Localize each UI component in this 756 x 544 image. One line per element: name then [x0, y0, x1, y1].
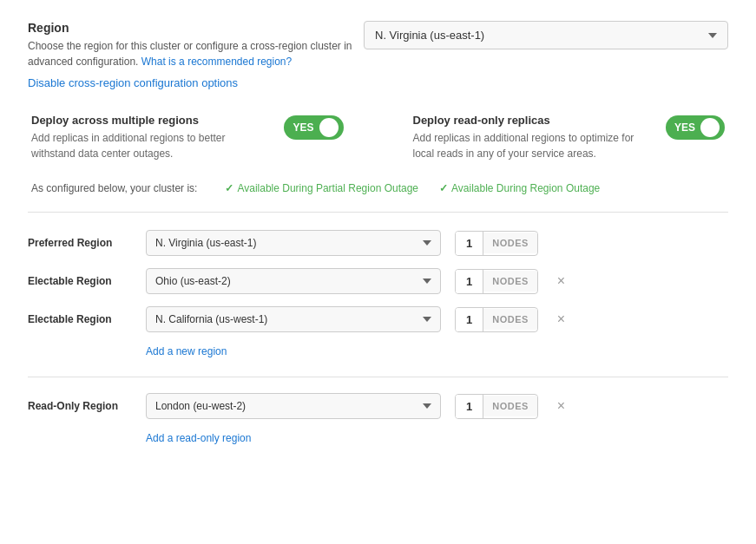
multi-region-toggle[interactable]: YES: [284, 115, 343, 140]
toggle-section: Deploy across multiple regions Add repli…: [28, 114, 728, 161]
read-only-content: Deploy read-only replicas Add replicas i…: [413, 114, 652, 161]
electable-nodes-badge-0: 1 NODES: [455, 269, 538, 294]
multi-region-label: Deploy across multiple regions: [31, 114, 270, 127]
region-description: Choose the region for this cluster or co…: [28, 38, 358, 69]
top-divider: [28, 212, 728, 213]
electable-region-row-1: Electable Region N. California (us-west-…: [28, 306, 728, 332]
preferred-region-select[interactable]: N. Virginia (us-east-1): [146, 230, 441, 256]
readonly-region-label: Read-Only Region: [28, 400, 132, 412]
read-only-desc: Add replicas in additional regions to op…: [413, 130, 652, 161]
preferred-nodes-label: NODES: [483, 233, 537, 253]
electable-region-select-0[interactable]: Ohio (us-east-2): [146, 268, 441, 294]
electable-nodes-label-0: NODES: [483, 271, 537, 292]
electable-region-row-0: Electable Region Ohio (us-east-2) 1 NODE…: [28, 268, 728, 294]
readonly-section: Read-Only Region London (eu-west-2) 1 NO…: [28, 393, 728, 448]
readonly-nodes-label: NODES: [483, 396, 537, 416]
electable-regions-section: Preferred Region N. Virginia (us-east-1)…: [28, 230, 728, 361]
read-only-toggle-text: YES: [674, 121, 695, 134]
region-section: Region Choose the region for this cluste…: [28, 21, 728, 89]
multi-region-knob: [319, 118, 339, 137]
avail-full-label: Available During Region Outage: [451, 182, 600, 194]
remove-readonly-button[interactable]: ×: [552, 396, 570, 416]
electable-nodes-count-0: 1: [456, 270, 483, 293]
preferred-region-row: Preferred Region N. Virginia (us-east-1)…: [28, 230, 728, 256]
electable-region-label-0: Electable Region: [28, 275, 132, 287]
electable-nodes-badge-1: 1 NODES: [455, 307, 538, 332]
region-select[interactable]: N. Virginia (us-east-1): [364, 21, 728, 49]
multi-region-desc: Add replicas in additional regions to be…: [31, 130, 270, 161]
remove-electable-1-button[interactable]: ×: [552, 309, 570, 330]
read-only-knob: [700, 118, 720, 137]
electable-region-label-1: Electable Region: [28, 313, 132, 325]
avail-partial: ✓ Available During Partial Region Outage: [225, 182, 418, 194]
multi-region-toggle-item: Deploy across multiple regions Add repli…: [31, 114, 344, 161]
electable-nodes-count-1: 1: [456, 308, 483, 331]
readonly-nodes-badge: 1 NODES: [455, 394, 538, 419]
recommended-region-link[interactable]: What is a recommended region?: [141, 56, 292, 68]
readonly-nodes-count: 1: [456, 395, 483, 418]
readonly-region-row: Read-Only Region London (eu-west-2) 1 NO…: [28, 393, 728, 419]
section-divider: [28, 377, 728, 377]
availability-bar: As configured below, your cluster is: ✓ …: [28, 182, 728, 194]
avail-partial-label: Available During Partial Region Outage: [237, 182, 418, 194]
disable-cross-region-link[interactable]: Disable cross-region configuration optio…: [28, 76, 238, 89]
multi-region-content: Deploy across multiple regions Add repli…: [31, 114, 270, 161]
add-readonly-link[interactable]: Add a read-only region: [146, 432, 251, 444]
remove-electable-0-button[interactable]: ×: [552, 271, 570, 292]
read-only-label: Deploy read-only replicas: [413, 114, 652, 127]
preferred-region-label: Preferred Region: [28, 237, 132, 249]
region-dropdown-wrap: N. Virginia (us-east-1): [364, 21, 728, 49]
multi-region-toggle-text: YES: [293, 121, 313, 134]
avail-full: ✓ Available During Region Outage: [439, 182, 600, 194]
readonly-region-select[interactable]: London (eu-west-2): [146, 393, 441, 419]
avail-full-check: ✓: [439, 182, 448, 194]
electable-region-select-1[interactable]: N. California (us-west-1): [146, 306, 441, 332]
add-region-link[interactable]: Add a new region: [146, 345, 227, 357]
avail-partial-check: ✓: [225, 182, 233, 194]
region-title: Region: [28, 21, 358, 35]
region-info: Region Choose the region for this cluste…: [28, 21, 358, 89]
preferred-nodes-badge: 1 NODES: [455, 231, 538, 256]
availability-prefix: As configured below, your cluster is:: [31, 182, 197, 194]
read-only-toggle[interactable]: YES: [666, 115, 725, 140]
preferred-nodes-count: 1: [456, 232, 483, 255]
read-only-toggle-item: Deploy read-only replicas Add replicas i…: [413, 114, 726, 161]
electable-nodes-label-1: NODES: [483, 309, 537, 330]
